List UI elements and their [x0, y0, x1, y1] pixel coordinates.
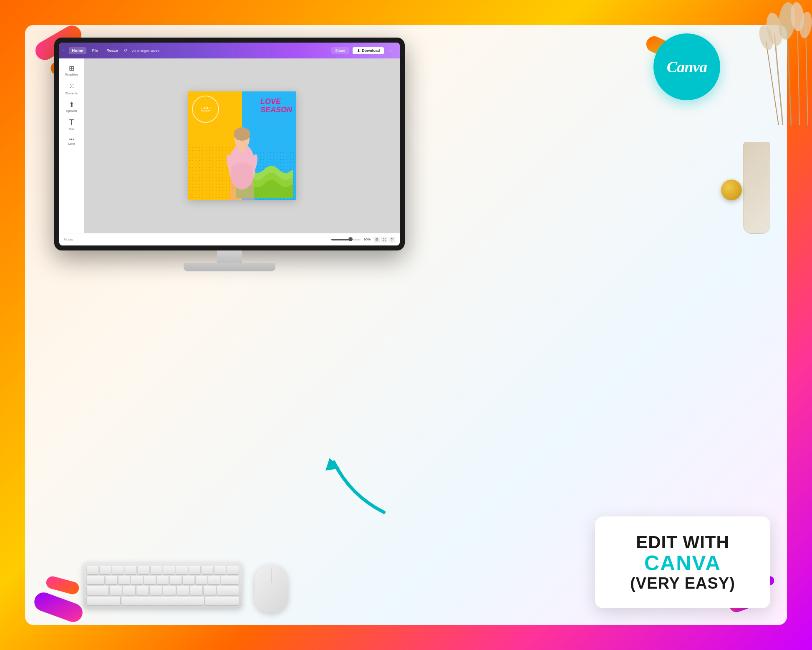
- sidebar-item-more[interactable]: ••• More: [61, 135, 83, 147]
- stand-base: [184, 263, 275, 271]
- text-icon: T: [69, 118, 74, 127]
- canva-toolbar: ‹ Home File Resize ↺ All changes saved S…: [59, 43, 400, 58]
- edit-line2: CANVA: [644, 552, 721, 575]
- key: [170, 576, 182, 585]
- love-text: LOVE: [260, 98, 292, 106]
- canva-workspace[interactable]: ✦ LOVE ✦FASHION LOVE SEASON: [84, 58, 400, 233]
- key: [214, 566, 226, 574]
- notes-label: Notes: [64, 238, 73, 241]
- key: [87, 566, 98, 574]
- share-button[interactable]: Share: [331, 47, 349, 54]
- sidebar-item-uploads[interactable]: ⬆ Uploads: [61, 99, 83, 114]
- svg-point-12: [234, 127, 250, 141]
- home-label: Home: [72, 48, 83, 53]
- key: [221, 576, 239, 585]
- key: [163, 586, 175, 595]
- undo-icon[interactable]: ↺: [124, 48, 127, 53]
- file-button[interactable]: File: [90, 48, 101, 53]
- back-chevron-icon: ‹: [63, 48, 65, 53]
- key-row-3: [87, 586, 239, 595]
- key: [227, 566, 239, 574]
- key: [217, 586, 239, 595]
- key: [110, 586, 122, 595]
- text-label: Text: [69, 128, 74, 131]
- sidebar-item-text[interactable]: T Text: [61, 116, 83, 132]
- edit-line1: EDIT WITH: [636, 533, 729, 552]
- key-row-2: [87, 576, 239, 585]
- statusbar-icons: ⊡ ⛶ ?: [374, 237, 395, 243]
- key: [150, 586, 162, 595]
- uploads-icon: ⬆: [69, 101, 74, 109]
- canva-sidebar: ⊞ Templates ⁙ Elements ⬆ Uploads T Text: [59, 58, 84, 233]
- key: [176, 566, 188, 574]
- download-label: Download: [362, 48, 380, 53]
- key: [163, 566, 175, 574]
- key: [196, 576, 207, 585]
- file-label: File: [92, 48, 98, 53]
- svg-line-2: [797, 21, 799, 125]
- canva-main: ⊞ Templates ⁙ Elements ⬆ Uploads T Text: [59, 58, 400, 233]
- key: [177, 586, 189, 595]
- svg-line-4: [806, 29, 808, 125]
- design-circle-text: ✦ LOVE ✦FASHION: [192, 96, 219, 123]
- key: [125, 566, 137, 574]
- key: [87, 586, 108, 595]
- monitor-wrapper: ‹ Home File Resize ↺ All changes saved S…: [54, 38, 405, 271]
- sidebar-item-templates[interactable]: ⊞ Templates: [61, 63, 83, 78]
- home-button[interactable]: Home: [69, 47, 86, 54]
- key: [189, 566, 201, 574]
- key: [151, 566, 162, 574]
- more-sidebar-label: More: [68, 142, 75, 145]
- sidebar-item-elements[interactable]: ⁙ Elements: [61, 80, 83, 96]
- key: [202, 566, 213, 574]
- resize-button[interactable]: Resize: [104, 48, 121, 53]
- canva-statusbar: Notes 90% ⊡ ⛶ ?: [59, 233, 400, 245]
- uploads-label: Uploads: [66, 109, 77, 112]
- download-icon: ⬇: [357, 48, 360, 53]
- key: [87, 576, 104, 585]
- more-button[interactable]: ···: [387, 47, 396, 54]
- stand-neck: [217, 250, 242, 263]
- more-sidebar-icon: •••: [69, 137, 74, 142]
- fullscreen-icon[interactable]: ⛶: [381, 237, 387, 243]
- key: [190, 586, 202, 595]
- resize-label: Resize: [106, 48, 118, 53]
- zoom-slider[interactable]: [331, 239, 361, 240]
- share-label: Share: [335, 48, 345, 53]
- monitor-stand: [54, 250, 405, 271]
- key-row-1: [87, 566, 239, 574]
- mouse: [255, 564, 288, 612]
- key: [112, 566, 124, 574]
- monitor-screen: ‹ Home File Resize ↺ All changes saved S…: [59, 43, 400, 245]
- zoom-fill: [331, 239, 349, 240]
- spacebar: [121, 597, 204, 605]
- key: [205, 597, 239, 605]
- key: [204, 586, 216, 595]
- svg-marker-16: [325, 458, 340, 470]
- key: [136, 586, 149, 595]
- canva-logo-text: Canva: [667, 58, 707, 76]
- arrow-container: [317, 454, 392, 516]
- key: [87, 597, 120, 605]
- design-person: [223, 125, 261, 200]
- key: [100, 566, 111, 574]
- design-circle-inner: ✦ LOVE ✦FASHION: [200, 107, 210, 112]
- svg-rect-13: [239, 147, 245, 152]
- download-button[interactable]: ⬇ Download: [353, 47, 384, 54]
- key: [183, 576, 194, 585]
- gold-ball: [721, 180, 742, 200]
- help-icon[interactable]: ?: [389, 237, 395, 243]
- templates-label: Templates: [65, 73, 78, 76]
- zoom-dot: [348, 237, 353, 241]
- canva-logo-circle: Canva: [653, 33, 720, 100]
- templates-icon: ⊞: [69, 64, 74, 72]
- edit-callout-box: EDIT WITH CANVA (VERY EASY): [595, 516, 770, 608]
- view-icon[interactable]: ⊡: [374, 237, 380, 243]
- key: [138, 566, 149, 574]
- zoom-percentage: 90%: [364, 238, 371, 241]
- mouse-divider: [271, 569, 272, 583]
- key: [208, 576, 220, 585]
- design-content: ✦ LOVE ✦FASHION LOVE SEASON: [188, 91, 296, 200]
- key: [106, 576, 117, 585]
- design-canvas: ✦ LOVE ✦FASHION LOVE SEASON: [188, 91, 296, 200]
